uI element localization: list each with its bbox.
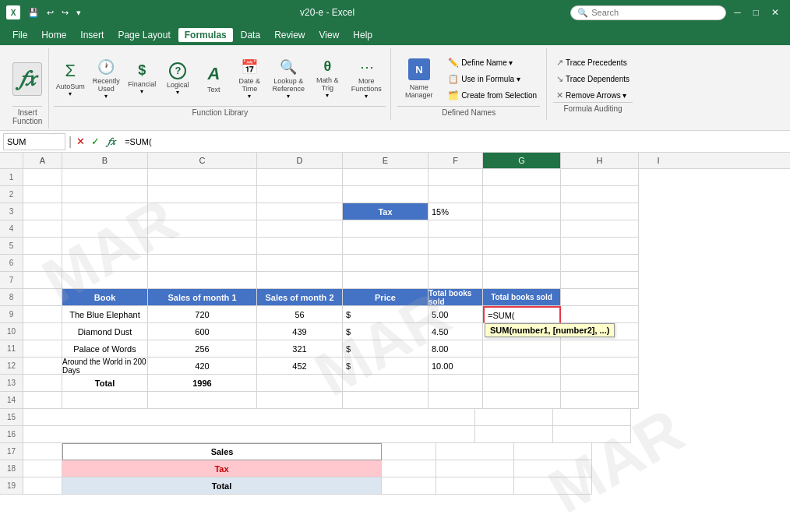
cell-e14[interactable] <box>343 392 429 409</box>
formula-input[interactable] <box>122 136 787 148</box>
cell-c4[interactable] <box>148 220 257 238</box>
cell-h16[interactable] <box>553 426 631 443</box>
cell-a4[interactable] <box>23 220 62 238</box>
cell-h14[interactable] <box>561 392 639 409</box>
row-header-1[interactable]: 1 <box>0 169 23 186</box>
maximize-button[interactable]: □ <box>749 5 764 19</box>
cell-b13[interactable]: Total <box>62 375 148 392</box>
menu-file[interactable]: File <box>6 28 34 42</box>
cell-f4[interactable] <box>429 220 483 238</box>
cell-d11[interactable]: 321 <box>257 340 343 358</box>
row-header-12[interactable]: 12 <box>0 358 23 375</box>
recently-used-button[interactable]: 🕐 RecentlyUsed ▾ <box>90 51 122 106</box>
cell-c6[interactable] <box>148 255 257 272</box>
cell-e3[interactable]: Tax <box>343 203 429 220</box>
menu-page-layout[interactable]: Page Layout <box>111 28 176 42</box>
text-button[interactable]: A Text <box>197 51 230 106</box>
cell-b9[interactable]: The Blue Elephant <box>62 306 148 323</box>
cell-g5[interactable] <box>483 238 561 255</box>
cell-d1[interactable] <box>257 169 343 186</box>
cell-a9[interactable] <box>23 306 62 323</box>
search-input[interactable] <box>591 8 716 17</box>
cell-b7[interactable] <box>62 272 148 289</box>
cell-b11[interactable]: Palace of Words <box>62 340 148 358</box>
math-trig-button[interactable]: θ Math &Trig ▾ <box>311 51 344 106</box>
row-header-13[interactable]: 13 <box>0 375 23 392</box>
name-box[interactable] <box>3 133 65 150</box>
cell-g15[interactable] <box>475 409 553 426</box>
redo-button[interactable]: ↪ <box>58 6 72 19</box>
more-functions-button[interactable]: ⋯ MoreFunctions ▾ <box>347 51 386 106</box>
cell-e13[interactable] <box>343 375 429 392</box>
cell-bcde18[interactable]: Tax <box>62 460 382 477</box>
cell-e11[interactable]: $ <box>343 340 429 358</box>
cell-c7[interactable] <box>148 272 257 289</box>
cell-e6[interactable] <box>343 255 429 272</box>
cell-c2[interactable] <box>148 186 257 203</box>
save-button[interactable]: 💾 <box>25 6 42 19</box>
cell-a3[interactable] <box>23 203 62 220</box>
cell-c8[interactable]: Sales of month 1 <box>148 289 257 306</box>
confirm-icon[interactable]: ✓ <box>90 134 101 149</box>
lookup-reference-button[interactable]: 🔍 Lookup &Reference ▾ <box>269 51 308 106</box>
autosum-button[interactable]: Σ AutoSum ▾ <box>54 51 86 106</box>
cell-f2[interactable] <box>429 186 483 203</box>
cell-d5[interactable] <box>257 238 343 255</box>
cell-h8[interactable] <box>561 289 639 306</box>
cell-g8[interactable]: Total books sold <box>483 289 561 306</box>
menu-review[interactable]: Review <box>268 28 311 42</box>
cell-a2[interactable] <box>23 186 62 203</box>
cell-f6[interactable] <box>429 255 483 272</box>
row-header-14[interactable]: 14 <box>0 392 23 409</box>
cell-b2[interactable] <box>62 186 148 203</box>
cell-d6[interactable] <box>257 255 343 272</box>
cell-b14[interactable] <box>62 392 148 409</box>
cell-g2[interactable] <box>483 186 561 203</box>
cell-e2[interactable] <box>343 186 429 203</box>
search-bar[interactable]: 🔍 <box>570 5 726 20</box>
cell-b6[interactable] <box>62 255 148 272</box>
row-header-6[interactable]: 6 <box>0 255 23 272</box>
cell-c13[interactable]: 1996 <box>148 375 257 392</box>
cell-a12[interactable] <box>23 358 62 375</box>
cancel-icon[interactable]: ✕ <box>75 134 86 149</box>
cell-f12[interactable]: 10.00 <box>429 358 483 375</box>
cell-a10[interactable] <box>23 323 62 340</box>
define-name-button[interactable]: ✏️ Define Name ▾ <box>445 56 540 69</box>
cell-f7[interactable] <box>429 272 483 289</box>
cell-d8[interactable]: Sales of month 2 <box>257 289 343 306</box>
cell-a14[interactable] <box>23 392 62 409</box>
row-header-17[interactable]: 17 <box>0 443 23 460</box>
cell-d2[interactable] <box>257 186 343 203</box>
cell-b4[interactable] <box>62 220 148 238</box>
cell-c5[interactable] <box>148 238 257 255</box>
cell-e8[interactable]: Price <box>343 289 429 306</box>
cell-bcde17[interactable]: Sales <box>62 443 382 460</box>
row-header-4[interactable]: 4 <box>0 220 23 238</box>
cell-a17[interactable] <box>23 443 62 460</box>
col-header-e[interactable]: E <box>343 153 429 168</box>
cell-c12[interactable]: 420 <box>148 358 257 375</box>
cell-bcdef15[interactable] <box>23 409 475 426</box>
row-header-7[interactable]: 7 <box>0 272 23 289</box>
cell-d14[interactable] <box>257 392 343 409</box>
row-header-18[interactable]: 18 <box>0 460 23 477</box>
cell-c1[interactable] <box>148 169 257 186</box>
menu-home[interactable]: Home <box>35 28 72 42</box>
cell-d10[interactable]: 439 <box>257 323 343 340</box>
create-from-selection-button[interactable]: 🗂️ Create from Selection <box>445 89 540 102</box>
cell-g14[interactable] <box>483 392 561 409</box>
cell-b12[interactable]: Around the World in 200 Days <box>62 358 148 375</box>
cell-c10[interactable]: 600 <box>148 323 257 340</box>
cell-g4[interactable] <box>483 220 561 238</box>
cell-a8[interactable] <box>23 289 62 306</box>
col-header-a[interactable]: A <box>23 153 62 168</box>
cell-g11[interactable] <box>483 340 561 358</box>
menu-view[interactable]: View <box>313 28 346 42</box>
cell-g19[interactable] <box>436 477 514 495</box>
cell-g9[interactable]: =SUM( SUM(number1, [number2], ...) <box>483 306 561 323</box>
cell-g7[interactable] <box>483 272 561 289</box>
cell-h5[interactable] <box>561 238 639 255</box>
customize-button[interactable]: ▾ <box>73 6 84 19</box>
menu-insert[interactable]: Insert <box>74 28 110 42</box>
